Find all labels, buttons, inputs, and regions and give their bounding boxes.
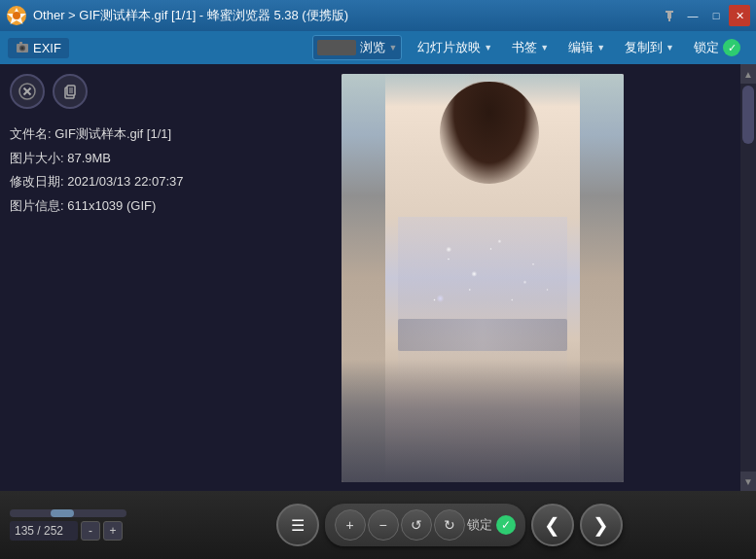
image-hair-overlay	[440, 82, 539, 184]
toolbar-lock-check-icon: ✓	[496, 515, 516, 535]
right-scrollbar[interactable]: ▲ ▼	[740, 64, 756, 491]
toolbar-lock-label: 锁定	[467, 516, 492, 534]
scroll-up-arrow[interactable]: ▲	[740, 64, 756, 84]
rotate-right-button[interactable]: ↻	[434, 509, 465, 541]
title-text: Other > GIF测试样本.gif [1/1] - 蜂蜜浏览器 5.38 (…	[33, 7, 653, 24]
bottom-toolbar: 135 / 252 - + ☰ + − ↺ ↻ 锁定	[0, 491, 756, 559]
bookmark-arrow-icon: ▼	[540, 43, 549, 52]
next-icon: ❯	[593, 513, 609, 537]
hamburger-icon: ☰	[291, 516, 305, 535]
svg-rect-3	[666, 11, 673, 13]
slideshow-label: 幻灯片放映	[417, 39, 481, 56]
exif-button[interactable]: EXIF	[8, 38, 69, 58]
minus-icon: −	[378, 517, 386, 533]
pin-icon-btn[interactable]	[659, 5, 680, 26]
svg-point-8	[21, 47, 24, 50]
toolbar-menu-button[interactable]: ☰	[276, 504, 319, 546]
edit-arrow-icon: ▼	[596, 43, 605, 52]
browse-arrow-icon: ▼	[388, 43, 397, 52]
titlebar-controls: — □ ✕	[659, 5, 750, 26]
maximize-button[interactable]: □	[705, 5, 727, 26]
app-logo-icon	[6, 5, 27, 26]
scroll-track[interactable]	[740, 84, 756, 472]
close-button[interactable]: ✕	[729, 5, 750, 26]
image-counter: 135 / 252	[10, 521, 78, 541]
horizontal-scrollbar[interactable]	[10, 509, 126, 517]
plus-icon: +	[345, 517, 353, 533]
copy-to-menu[interactable]: 复制到 ▼	[617, 35, 682, 60]
next-image-button[interactable]: ❯	[580, 504, 623, 546]
rotate-left-button[interactable]: ↺	[401, 509, 432, 541]
counter-row: 135 / 252 - +	[10, 521, 123, 541]
titlebar: Other > GIF测试样本.gif [1/1] - 蜂蜜浏览器 5.38 (…	[0, 0, 756, 31]
image-area[interactable]	[224, 64, 740, 491]
zoom-rotate-controls: + − ↺ ↻ 锁定 ✓	[325, 504, 525, 546]
image-info: 图片信息: 611x1039 (GIF)	[10, 194, 214, 219]
image-crowd	[342, 360, 624, 482]
h-scroll-handle[interactable]	[51, 509, 74, 517]
scroll-handle[interactable]	[742, 86, 754, 144]
filename-info: 文件名: GIF测试样本.gif [1/1]	[10, 122, 214, 147]
fringe-belt	[398, 319, 567, 352]
copy-to-arrow-icon: ▼	[666, 43, 674, 52]
counter-plus-button[interactable]: +	[103, 521, 123, 541]
minimize-button[interactable]: —	[682, 5, 703, 26]
left-toolbar-section: 135 / 252 - +	[10, 509, 146, 541]
costume-sparkles	[420, 228, 561, 331]
main-area: 文件名: GIF测试样本.gif [1/1] 图片大小: 87.9MB 修改日期…	[0, 64, 756, 491]
zoom-out-button[interactable]: −	[368, 509, 399, 541]
svg-rect-4	[667, 13, 671, 18]
rotate-right-icon: ↻	[444, 517, 455, 533]
counter-minus-button[interactable]: -	[81, 521, 100, 541]
copy-to-label: 复制到	[625, 39, 663, 56]
toolbar-lock-control[interactable]: 锁定 ✓	[467, 515, 516, 535]
filesize-info: 图片大小: 87.9MB	[10, 147, 214, 171]
displayed-image	[342, 74, 624, 482]
info-panel: 文件名: GIF测试样本.gif [1/1] 图片大小: 87.9MB 修改日期…	[0, 64, 224, 491]
zoom-in-button[interactable]: +	[335, 509, 366, 541]
copy-icon	[61, 83, 79, 100]
scroll-down-arrow[interactable]: ▼	[740, 472, 756, 491]
lock-check-icon: ✓	[723, 39, 740, 56]
svg-point-2	[13, 12, 20, 19]
slideshow-arrow-icon: ▼	[484, 43, 492, 52]
edit-menu[interactable]: 编辑 ▼	[560, 35, 613, 60]
browse-label: 浏览	[360, 39, 385, 56]
toolbar-center: ☰ + − ↺ ↻ 锁定 ✓ ❮ ❯	[152, 504, 746, 546]
bookmark-menu[interactable]: 书签 ▼	[504, 35, 557, 60]
prev-icon: ❮	[544, 513, 560, 537]
svg-rect-5	[668, 18, 670, 21]
camera-icon	[16, 41, 29, 54]
exif-label: EXIF	[33, 41, 61, 55]
file-info: 文件名: GIF测试样本.gif [1/1] 图片大小: 87.9MB 修改日期…	[10, 122, 214, 219]
copy-info-button[interactable]	[53, 74, 88, 109]
close-panel-button[interactable]	[10, 74, 45, 109]
svg-rect-9	[19, 42, 22, 44]
lock-menu-item[interactable]: 锁定 ✓	[686, 35, 748, 60]
bookmark-label: 书签	[512, 39, 537, 56]
modified-info: 修改日期: 2021/03/13 22:07:37	[10, 170, 214, 194]
menubar: EXIF 浏览 ▼ 幻灯片放映 ▼ 书签 ▼ 编辑 ▼ 复制到 ▼ 锁定 ✓	[0, 31, 756, 64]
prev-image-button[interactable]: ❮	[531, 504, 574, 546]
panel-actions	[10, 74, 214, 109]
x-icon	[18, 83, 36, 100]
rotate-left-icon: ↺	[411, 517, 422, 533]
edit-label: 编辑	[568, 39, 594, 56]
lock-menu-label: 锁定	[694, 39, 719, 56]
browse-selector[interactable]: 浏览 ▼	[312, 35, 402, 60]
slideshow-menu[interactable]: 幻灯片放映 ▼	[410, 35, 500, 60]
